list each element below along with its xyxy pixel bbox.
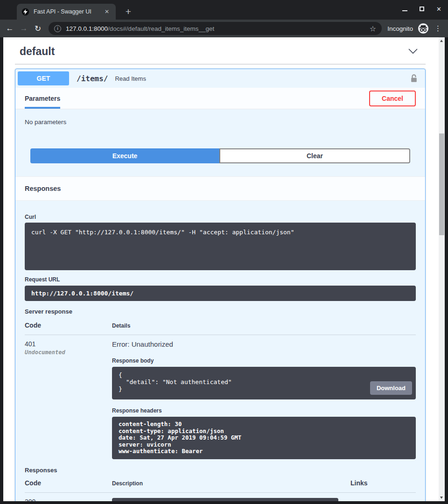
window-close-button[interactable]: ✕ <box>436 6 441 12</box>
opblock-get-items: GET /items/ Read Items Parameters Cancel… <box>15 69 426 501</box>
no-parameters-text: No parameters <box>15 109 425 126</box>
server-response-row: 401 Undocumented Error: Unauthorized Res… <box>25 335 416 459</box>
tag-title: default <box>20 45 55 58</box>
response-body-label: Response body <box>112 357 416 364</box>
download-button[interactable]: Download <box>370 381 412 395</box>
bookmark-star-icon[interactable]: ☆ <box>370 24 376 33</box>
scrollbar-thumb[interactable] <box>439 133 444 235</box>
clear-button[interactable]: Clear <box>219 148 410 163</box>
column-description: Description <box>112 480 350 487</box>
response-body-block: { "detail": "Not authenticated" }Downloa… <box>112 367 416 399</box>
endpoint-summary: Read Items <box>115 75 146 82</box>
browser-chrome: Fast API - Swagger UI ✕ + ✕ ← → ↻ i 127.… <box>0 0 448 37</box>
browser-tab[interactable]: Fast API - Swagger UI ✕ <box>17 4 116 20</box>
documented-responses-label: Responses <box>25 467 416 474</box>
response-body-json: { "detail": "Not authenticated" } <box>119 371 232 392</box>
execute-row: Execute Clear <box>30 148 410 163</box>
tab-close-icon[interactable]: ✕ <box>103 7 111 16</box>
responses-section-title: Responses <box>25 185 61 192</box>
curl-label: Curl <box>25 214 416 220</box>
parameters-tab-header: Parameters Cancel <box>15 88 425 109</box>
status-undocumented-note: Undocumented <box>25 349 112 356</box>
browser-toolbar: ← → ↻ i 127.0.0.1:8000 /docs#/default/re… <box>0 20 448 37</box>
scrollbar-up-icon[interactable] <box>440 40 443 42</box>
tab-parameters[interactable]: Parameters <box>25 88 60 109</box>
column-links: Links <box>350 479 416 487</box>
column-code: Code <box>25 479 112 487</box>
url-bar[interactable]: i 127.0.0.1:8000 /docs#/default/read_ite… <box>49 22 382 35</box>
documented-responses-table-header: Code Description Links <box>25 479 416 493</box>
forward-button[interactable]: → <box>17 24 31 33</box>
page-scrollbar[interactable] <box>439 37 445 501</box>
server-response-table-header: Code Details <box>25 322 416 335</box>
incognito-label: Incognito <box>387 25 413 32</box>
url-path: /docs#/default/read_items_items__get <box>108 25 214 32</box>
http-method-badge: GET <box>18 71 69 85</box>
swagger-page: default GET /items/ Read Items <box>3 37 439 501</box>
tab-strip: Fast API - Swagger UI ✕ + ✕ <box>0 0 448 20</box>
cancel-button[interactable]: Cancel <box>369 91 416 106</box>
status-code: 401 <box>25 340 112 348</box>
opblock-summary[interactable]: GET /items/ Read Items <box>15 69 425 88</box>
response-links: No links <box>350 498 416 502</box>
fastapi-favicon-icon <box>21 8 29 16</box>
scrollbar-down-icon[interactable] <box>440 497 443 499</box>
site-info-icon[interactable]: i <box>54 25 61 32</box>
documented-response-row: 200 Successful Response No links <box>25 493 416 502</box>
response-headers-block: content-length: 30 content-type: applica… <box>112 417 416 459</box>
column-details: Details <box>112 322 416 329</box>
browser-menu-icon[interactable]: ⋮ <box>434 24 441 33</box>
reload-button[interactable]: ↻ <box>31 24 45 34</box>
tag-section-header[interactable]: default <box>15 37 426 64</box>
tab-title: Fast API - Swagger UI <box>34 8 103 15</box>
response-description-block: Successful Response <box>112 498 338 502</box>
chevron-down-icon[interactable] <box>405 46 421 58</box>
response-headers-label: Response headers <box>112 407 416 414</box>
incognito-icon <box>418 23 429 34</box>
window-minimize-button[interactable] <box>402 10 407 11</box>
responses-section-header: Responses <box>15 176 425 201</box>
error-description: Error: Unauthorized <box>112 340 416 348</box>
window-maximize-button[interactable] <box>420 7 424 11</box>
request-url-block: http://127.0.0.1:8000/items/ <box>25 286 416 301</box>
url-host: 127.0.0.1:8000 <box>66 25 108 32</box>
endpoint-path: /items/ <box>77 74 108 83</box>
window-controls: ✕ <box>402 5 441 13</box>
execute-button[interactable]: Execute <box>30 148 219 163</box>
authorize-lock-button[interactable] <box>409 74 419 83</box>
column-code: Code <box>25 322 112 329</box>
request-url-label: Request URL <box>25 276 416 283</box>
curl-command-block[interactable]: curl -X GET "http://127.0.0.1:8000/items… <box>25 223 416 270</box>
responses-body: Curl curl -X GET "http://127.0.0.1:8000/… <box>15 201 425 501</box>
new-tab-button[interactable]: + <box>122 6 134 17</box>
server-response-label: Server response <box>25 308 416 315</box>
back-button[interactable]: ← <box>3 24 17 33</box>
response-code-200: 200 <box>25 498 112 502</box>
